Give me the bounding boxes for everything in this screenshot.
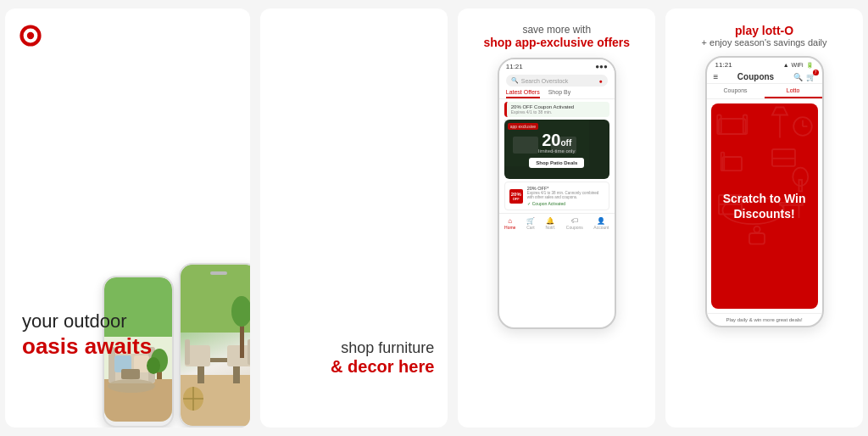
target-logo	[19, 24, 236, 59]
coupon-banner-3: 20% OFF Coupon Activated Expires 4/1 to …	[504, 102, 609, 117]
discount-hero: app exclusive 20off limited-time only Sh…	[504, 120, 609, 179]
coupon-pct: 20%	[511, 192, 521, 197]
nav-coupons[interactable]: 🏷 Coupons	[566, 217, 583, 230]
tagline-line2: oasis awaits	[22, 333, 152, 360]
svg-point-13	[147, 357, 160, 374]
search-box-3[interactable]: 🔍 Search Overstock ●	[506, 75, 608, 87]
cta-line2: & decor here	[331, 357, 434, 377]
shop-btn[interactable]: Shop Patio Deals	[529, 158, 584, 168]
phone-front-mockup	[179, 263, 250, 428]
svg-point-2	[27, 32, 34, 39]
coupon-activated: ✓ Coupon Activated	[527, 201, 604, 206]
check-icon: ✓	[527, 201, 531, 206]
nav-account[interactable]: 👤 Account	[593, 217, 609, 230]
play-lotto-label: play lott-O	[702, 24, 827, 37]
toolbar-4: ≡ Coupons 🔍 🛒7	[707, 70, 822, 84]
search-bar-3: 🔍 Search Overstock ●	[499, 72, 615, 89]
cart-icon-4[interactable]: 🛒7	[806, 73, 815, 81]
panel1-tagline: your outdoor oasis awaits	[22, 310, 152, 360]
panel-furniture: shop furniture & decor here	[260, 8, 448, 428]
enjoy-savings-label: + enjoy season's savings daily	[702, 37, 827, 48]
hero-off: off	[560, 138, 571, 148]
svg-rect-44	[772, 149, 795, 166]
nav-home[interactable]: ⌂ Home	[504, 217, 515, 230]
hero-sub: limited-time only	[529, 148, 584, 154]
tab-shop-by[interactable]: Shop By	[548, 89, 570, 98]
search-icon-3: 🔍	[511, 77, 519, 84]
search-icon-4[interactable]: 🔍	[793, 73, 803, 81]
tagline-line1: your outdoor	[22, 310, 152, 333]
phone-screen-offers: 11:21 ●●● 🔍 Search Overstock ● Latest Of…	[498, 58, 616, 329]
coupon-card-3: 20% OFF 20% OFF* Expires 4/1 to 38 min. …	[504, 182, 609, 210]
phone-nav-3: ⌂ Home 🛒 Cart 🔔 Notif. 🏷 Coupons 👤 Accou…	[499, 213, 615, 233]
panel2-cta: shop furniture & decor here	[331, 339, 434, 377]
app-exclusive-label: shop app-exclusive offers	[483, 36, 630, 49]
coupon-expires-text: Expires 4/1 to 38 min.	[511, 109, 552, 115]
time-4: 11:21	[715, 61, 732, 69]
signal-icons-3: ●●●	[595, 63, 608, 70]
panel-offers: save more with shop app-exclusive offers…	[458, 8, 655, 428]
hamburger-icon[interactable]: ≡	[714, 72, 719, 81]
hero-discount: 20	[542, 131, 560, 149]
scratch-line1: Scratch to Win	[723, 192, 806, 205]
status-bar-3: 11:21 ●●●	[499, 59, 615, 72]
tab-coupons-4[interactable]: Coupons	[707, 84, 765, 98]
coupon-badge: 20% OFF	[509, 189, 523, 204]
panel3-header: save more with shop app-exclusive offers	[483, 24, 630, 49]
status-bar-4: 11:21 ▲WiFi🔋	[707, 58, 822, 70]
scratch-card-text: Scratch to Win Discounts!	[716, 191, 813, 221]
activated-text: Coupon Activated	[532, 201, 565, 206]
cart-icon-3: ●	[599, 78, 603, 84]
coupon-detail: Expires 4/1 to 38 min. Cannonly combined…	[527, 191, 604, 199]
nav-account-label: Account	[593, 225, 609, 230]
nav-cart[interactable]: 🛒 Cart	[526, 217, 535, 230]
toolbar-action-icons: 🔍 🛒7	[793, 73, 815, 81]
coupon-off-label: OFF	[511, 197, 521, 201]
panel-lotto: play lott-O + enjoy season's savings dai…	[665, 8, 863, 428]
phone-front-screen	[181, 265, 250, 426]
toolbar-title: Coupons	[721, 72, 789, 81]
svg-rect-34	[719, 119, 746, 134]
phone-tabs-3: Latest Offers Shop By	[499, 89, 615, 99]
svg-marker-38	[772, 108, 787, 115]
svg-point-47	[793, 168, 808, 187]
svg-rect-23	[185, 339, 190, 365]
nav-notif-label: Notif.	[546, 225, 556, 230]
nav-notifications[interactable]: 🔔 Notif.	[546, 217, 556, 230]
svg-rect-25	[248, 339, 250, 365]
svg-rect-56	[749, 233, 765, 244]
nav-cart-label: Cart	[526, 225, 535, 230]
cta-line1: shop furniture	[331, 339, 434, 357]
save-more-label: save more with	[483, 24, 630, 36]
nav-home-label: Home	[504, 225, 515, 230]
search-placeholder-3: Search Overstock	[521, 78, 569, 84]
svg-rect-24	[227, 345, 250, 366]
nav-coupons-label: Coupons	[566, 225, 583, 230]
lotto-tabs: Coupons Lotto	[707, 84, 822, 99]
svg-point-14	[108, 379, 155, 393]
tab-latest-offers[interactable]: Latest Offers	[506, 89, 540, 98]
scratch-line2: Discounts!	[733, 207, 794, 221]
svg-rect-42	[722, 157, 742, 170]
scratch-card[interactable]: Scratch to Win Discounts!	[711, 103, 818, 309]
signal-icons-4: ▲WiFi🔋	[783, 61, 814, 69]
time-3: 11:21	[506, 63, 523, 70]
phone-screen-lotto: 11:21 ▲WiFi🔋 ≡ Coupons 🔍 🛒7 Coupons Lott…	[705, 56, 824, 327]
panel4-header: play lott-O + enjoy season's savings dai…	[702, 24, 827, 48]
panel-outdoor: your outdoor oasis awaits	[5, 8, 250, 428]
coupon-info: 20% OFF* Expires 4/1 to 38 min. Cannonly…	[527, 186, 604, 206]
lotto-footer: Play daily & win more great deals!	[707, 313, 822, 326]
tab-lotto[interactable]: Lotto	[765, 84, 822, 98]
svg-rect-15	[121, 369, 140, 379]
svg-point-57	[754, 226, 760, 232]
